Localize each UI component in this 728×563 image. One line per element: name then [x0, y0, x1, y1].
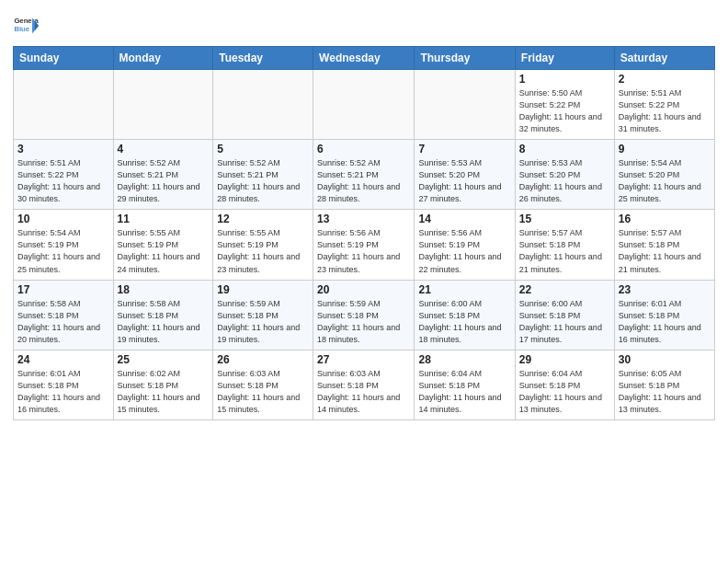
- day-info: Sunrise: 5:52 AM Sunset: 5:21 PM Dayligh…: [217, 157, 309, 205]
- day-info: Sunrise: 5:58 AM Sunset: 5:18 PM Dayligh…: [17, 298, 109, 346]
- calendar-cell: 16Sunrise: 5:57 AM Sunset: 5:18 PM Dayli…: [614, 210, 714, 280]
- day-info: Sunrise: 5:52 AM Sunset: 5:21 PM Dayligh…: [317, 157, 410, 205]
- day-number: 4: [118, 143, 210, 155]
- calendar-cell: 26Sunrise: 6:03 AM Sunset: 5:18 PM Dayli…: [213, 350, 313, 419]
- day-info: Sunrise: 5:53 AM Sunset: 5:20 PM Dayligh…: [519, 157, 610, 205]
- day-number: 8: [519, 143, 610, 155]
- day-info: Sunrise: 6:03 AM Sunset: 5:18 PM Dayligh…: [317, 368, 410, 416]
- calendar-cell: 29Sunrise: 6:04 AM Sunset: 5:18 PM Dayli…: [515, 350, 614, 419]
- day-info: Sunrise: 5:54 AM Sunset: 5:19 PM Dayligh…: [17, 227, 109, 275]
- day-info: Sunrise: 6:02 AM Sunset: 5:18 PM Dayligh…: [118, 368, 210, 416]
- day-info: Sunrise: 6:03 AM Sunset: 5:18 PM Dayligh…: [217, 368, 309, 416]
- day-info: Sunrise: 5:53 AM Sunset: 5:20 PM Dayligh…: [418, 157, 510, 205]
- day-number: 28: [418, 353, 510, 366]
- calendar-cell: 4Sunrise: 5:52 AM Sunset: 5:21 PM Daylig…: [113, 140, 213, 210]
- day-number: 17: [17, 283, 109, 296]
- calendar-cell: 28Sunrise: 6:04 AM Sunset: 5:18 PM Dayli…: [415, 350, 515, 419]
- calendar-cell: 13Sunrise: 5:56 AM Sunset: 5:19 PM Dayli…: [313, 210, 415, 280]
- calendar-week-row: 17Sunrise: 5:58 AM Sunset: 5:18 PM Dayli…: [14, 280, 715, 350]
- day-number: 23: [619, 283, 711, 296]
- calendar-week-row: 3Sunrise: 5:51 AM Sunset: 5:22 PM Daylig…: [14, 140, 715, 210]
- calendar-cell: [113, 70, 213, 140]
- day-info: Sunrise: 5:55 AM Sunset: 5:19 PM Dayligh…: [217, 227, 309, 275]
- day-info: Sunrise: 5:58 AM Sunset: 5:18 PM Dayligh…: [118, 298, 210, 346]
- weekday-header: Wednesday: [313, 47, 415, 70]
- calendar-cell: 30Sunrise: 6:05 AM Sunset: 5:18 PM Dayli…: [614, 350, 714, 419]
- day-info: Sunrise: 6:05 AM Sunset: 5:18 PM Dayligh…: [619, 368, 711, 416]
- calendar-header-row: SundayMondayTuesdayWednesdayThursdayFrid…: [14, 47, 715, 70]
- day-number: 24: [17, 353, 109, 366]
- day-number: 21: [418, 283, 510, 296]
- weekday-header: Sunday: [14, 47, 114, 70]
- day-number: 15: [519, 213, 610, 225]
- day-info: Sunrise: 5:51 AM Sunset: 5:22 PM Dayligh…: [619, 87, 711, 135]
- calendar-week-row: 1Sunrise: 5:50 AM Sunset: 5:22 PM Daylig…: [14, 70, 715, 140]
- logo-icon: General Blue: [13, 13, 39, 39]
- day-info: Sunrise: 5:54 AM Sunset: 5:20 PM Dayligh…: [619, 157, 711, 205]
- day-number: 7: [418, 143, 510, 155]
- day-info: Sunrise: 6:01 AM Sunset: 5:18 PM Dayligh…: [619, 298, 711, 346]
- calendar-cell: [313, 70, 415, 140]
- calendar-cell: 20Sunrise: 5:59 AM Sunset: 5:18 PM Dayli…: [313, 280, 415, 350]
- day-info: Sunrise: 5:59 AM Sunset: 5:18 PM Dayligh…: [217, 298, 309, 346]
- calendar-cell: 11Sunrise: 5:55 AM Sunset: 5:19 PM Dayli…: [113, 210, 213, 280]
- calendar-cell: [14, 70, 114, 140]
- day-info: Sunrise: 5:50 AM Sunset: 5:22 PM Dayligh…: [519, 87, 610, 135]
- day-number: 13: [317, 213, 410, 225]
- day-number: 3: [17, 143, 109, 155]
- calendar-cell: 12Sunrise: 5:55 AM Sunset: 5:19 PM Dayli…: [213, 210, 313, 280]
- calendar-cell: 5Sunrise: 5:52 AM Sunset: 5:21 PM Daylig…: [213, 140, 313, 210]
- day-info: Sunrise: 5:57 AM Sunset: 5:18 PM Dayligh…: [519, 227, 610, 275]
- calendar-cell: 25Sunrise: 6:02 AM Sunset: 5:18 PM Dayli…: [113, 350, 213, 419]
- day-number: 2: [619, 73, 711, 86]
- calendar: SundayMondayTuesdayWednesdayThursdayFrid…: [13, 46, 715, 420]
- day-number: 1: [519, 73, 610, 86]
- day-number: 20: [317, 283, 410, 296]
- calendar-cell: 27Sunrise: 6:03 AM Sunset: 5:18 PM Dayli…: [313, 350, 415, 419]
- day-info: Sunrise: 5:56 AM Sunset: 5:19 PM Dayligh…: [418, 227, 510, 275]
- calendar-cell: 22Sunrise: 6:00 AM Sunset: 5:18 PM Dayli…: [515, 280, 614, 350]
- calendar-cell: 9Sunrise: 5:54 AM Sunset: 5:20 PM Daylig…: [614, 140, 714, 210]
- calendar-cell: 2Sunrise: 5:51 AM Sunset: 5:22 PM Daylig…: [614, 70, 714, 140]
- calendar-cell: 3Sunrise: 5:51 AM Sunset: 5:22 PM Daylig…: [14, 140, 114, 210]
- day-info: Sunrise: 5:55 AM Sunset: 5:19 PM Dayligh…: [118, 227, 210, 275]
- day-info: Sunrise: 5:56 AM Sunset: 5:19 PM Dayligh…: [317, 227, 410, 275]
- weekday-header: Friday: [515, 47, 614, 70]
- day-number: 19: [217, 283, 309, 296]
- calendar-cell: 17Sunrise: 5:58 AM Sunset: 5:18 PM Dayli…: [14, 280, 114, 350]
- day-info: Sunrise: 6:01 AM Sunset: 5:18 PM Dayligh…: [17, 368, 109, 416]
- calendar-cell: 8Sunrise: 5:53 AM Sunset: 5:20 PM Daylig…: [515, 140, 614, 210]
- day-number: 25: [118, 353, 210, 366]
- page: General Blue SundayMondayTuesdayWednesda…: [0, 0, 728, 563]
- day-info: Sunrise: 5:51 AM Sunset: 5:22 PM Dayligh…: [17, 157, 109, 205]
- calendar-week-row: 24Sunrise: 6:01 AM Sunset: 5:18 PM Dayli…: [14, 350, 715, 419]
- calendar-cell: 10Sunrise: 5:54 AM Sunset: 5:19 PM Dayli…: [14, 210, 114, 280]
- calendar-cell: 6Sunrise: 5:52 AM Sunset: 5:21 PM Daylig…: [313, 140, 415, 210]
- calendar-cell: 1Sunrise: 5:50 AM Sunset: 5:22 PM Daylig…: [515, 70, 614, 140]
- day-info: Sunrise: 5:57 AM Sunset: 5:18 PM Dayligh…: [619, 227, 711, 275]
- day-info: Sunrise: 5:59 AM Sunset: 5:18 PM Dayligh…: [317, 298, 410, 346]
- day-number: 30: [619, 353, 711, 366]
- day-info: Sunrise: 6:04 AM Sunset: 5:18 PM Dayligh…: [418, 368, 510, 416]
- weekday-header: Saturday: [614, 47, 714, 70]
- header: General Blue: [13, 9, 715, 39]
- calendar-cell: 15Sunrise: 5:57 AM Sunset: 5:18 PM Dayli…: [515, 210, 614, 280]
- day-info: Sunrise: 6:04 AM Sunset: 5:18 PM Dayligh…: [519, 368, 610, 416]
- day-info: Sunrise: 6:00 AM Sunset: 5:18 PM Dayligh…: [519, 298, 610, 346]
- day-number: 26: [217, 353, 309, 366]
- weekday-header: Thursday: [415, 47, 515, 70]
- day-number: 12: [217, 213, 309, 225]
- calendar-cell: 21Sunrise: 6:00 AM Sunset: 5:18 PM Dayli…: [415, 280, 515, 350]
- calendar-cell: 23Sunrise: 6:01 AM Sunset: 5:18 PM Dayli…: [614, 280, 714, 350]
- day-info: Sunrise: 5:52 AM Sunset: 5:21 PM Dayligh…: [118, 157, 210, 205]
- calendar-cell: [415, 70, 515, 140]
- day-number: 16: [619, 213, 711, 225]
- day-number: 18: [118, 283, 210, 296]
- calendar-cell: 24Sunrise: 6:01 AM Sunset: 5:18 PM Dayli…: [14, 350, 114, 419]
- day-number: 11: [118, 213, 210, 225]
- logo-area: General Blue: [13, 9, 42, 39]
- day-number: 6: [317, 143, 410, 155]
- day-number: 22: [519, 283, 610, 296]
- weekday-header: Tuesday: [213, 47, 313, 70]
- day-number: 29: [519, 353, 610, 366]
